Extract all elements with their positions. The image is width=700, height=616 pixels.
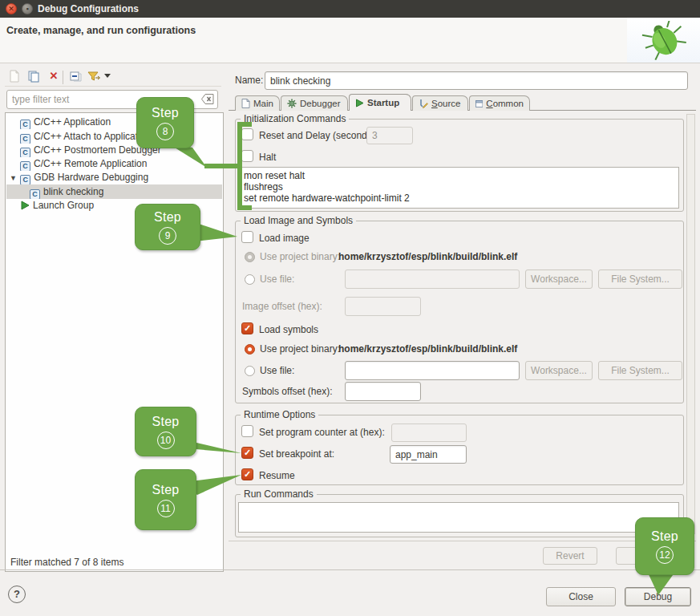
launch-group-icon [20,201,30,210]
image-offset-label: Image offset (hex): [242,301,322,312]
name-input[interactable] [265,71,688,90]
name-label: Name: [235,75,263,86]
footer-separator [0,569,700,570]
program-counter-input [391,424,467,442]
load-image-label: Load image [259,233,310,244]
load-image-checkbox[interactable] [241,231,253,243]
filter-input[interactable] [6,90,218,109]
debugger-tab-icon [287,99,297,108]
left-toolbar: ✕ [5,69,221,87]
symbols-use-project-binary-radio[interactable] [245,344,255,355]
image-binary-path: home/krzysztof/esp/blink/build/blink.elf [338,251,517,262]
symbols-offset-label: Symbols offset (hex): [242,386,333,397]
tree-item-cpp-postmortem[interactable]: CC/C++ Postmortem Debugger [6,143,222,157]
symbols-workspace-button: Workspace... [525,361,593,380]
debug-button[interactable]: Debug [625,587,691,606]
window-titlebar: ✕ ▪ Debug Configurations [0,0,700,18]
init-commands-group-title: Initialization Commands [241,113,349,124]
dialog-subtitle: Create, manage, and run configurations [6,25,196,36]
tree-item-blink-checking[interactable]: Cblink checking [6,184,222,199]
collapse-all-icon[interactable] [69,70,82,83]
tree-item-cpp-application[interactable]: CC/C++ Application [6,115,222,129]
source-tab-icon [419,99,428,108]
image-workspace-button: Workspace... [525,270,593,289]
toolbar-menu-arrow-icon[interactable] [104,74,111,78]
image-use-project-binary-radio [245,252,255,262]
toolbar-separator [63,71,63,84]
image-use-project-binary-label: Use project binary: [260,251,340,262]
tree-item-cpp-remote[interactable]: CC/C++ Remote Application [6,156,222,171]
delete-icon[interactable]: ✕ [47,70,60,83]
filter-status: Filter matched 7 of 8 items [10,557,123,568]
runtime-options-group-title: Runtime Options [241,409,318,420]
load-image-symbols-group-title: Load Image and Symbols [241,215,356,226]
revert-button: Revert [543,547,597,565]
halt-label: Halt [259,152,276,163]
bug-icon [638,21,690,61]
tab-debugger[interactable]: Debugger [281,95,348,111]
image-file-input [345,270,520,289]
symbols-use-file-radio[interactable] [245,366,255,376]
c-application-icon: C [20,120,30,129]
symbols-binary-path: home/krzysztof/esp/blink/build/blink.elf [338,343,517,355]
symbols-use-project-binary-label: Use project binary: [260,343,340,355]
content-separator [229,541,696,541]
clear-filter-icon[interactable] [201,94,214,104]
tab-main[interactable]: Main [235,95,280,111]
startup-tab-icon [355,99,364,107]
filter-icon[interactable] [87,70,101,83]
content-scrollbar[interactable] [686,114,695,534]
tab-startup[interactable]: Startup [349,94,411,111]
image-use-file-radio [245,274,255,285]
load-symbols-label: Load symbols [259,324,318,335]
configurations-tree: CC/C++ Application CC/C++ Attach to Appl… [5,112,224,572]
set-program-counter-label: Set program counter at (hex): [259,427,385,438]
init-commands-textarea[interactable]: mon reset halt flushregs set remote hard… [238,167,679,209]
window-title: Debug Configurations [38,0,139,18]
expander-icon[interactable]: ▼ [10,171,18,184]
tree-item-gdb-hardware-debugging[interactable]: ▼ CGDB Hardware Debugging [6,170,222,184]
load-symbols-checkbox[interactable] [241,322,253,334]
bug-image-panel [627,18,700,63]
tab-common[interactable]: Common [469,95,530,111]
image-use-file-label: Use file: [260,274,294,285]
symbols-offset-input[interactable] [345,382,421,401]
dialog-header: Create, manage, and run configurations [0,18,700,63]
run-commands-group-title: Run Commands [241,488,317,500]
main-tab-icon [241,99,250,108]
symbols-file-input[interactable] [345,361,520,380]
tab-source[interactable]: Source [412,95,468,111]
symbols-filesystem-button: File System... [598,361,682,380]
help-icon[interactable]: ? [8,586,26,603]
tree-item-cpp-attach[interactable]: CC/C++ Attach to Application [6,129,222,144]
symbols-use-file-label: Use file: [260,365,294,376]
reset-and-delay-label: Reset and Delay (seconds): [259,130,378,141]
set-program-counter-checkbox[interactable] [241,425,253,437]
image-offset-input [345,297,421,316]
breakpoint-input[interactable] [390,445,467,464]
resume-label: Resume [259,470,295,481]
image-filesystem-button: File System... [598,270,682,289]
reset-and-delay-checkbox[interactable] [241,128,253,140]
duplicate-icon[interactable] [27,70,40,83]
set-breakpoint-checkbox[interactable] [241,447,253,459]
apply-button [616,547,682,565]
set-breakpoint-label: Set breakpoint at: [259,448,334,460]
reset-delay-input [366,127,413,144]
close-button[interactable]: Close [546,587,616,606]
new-configuration-icon[interactable] [8,70,21,83]
resume-checkbox[interactable] [241,468,253,480]
halt-checkbox[interactable] [241,150,253,162]
common-tab-icon [475,99,483,108]
c-application-icon: C [20,175,30,184]
filter-field-wrap [6,90,218,109]
window-minimize-icon[interactable]: ▪ [22,3,33,14]
window-close-icon[interactable]: ✕ [6,3,17,14]
run-commands-textarea[interactable] [238,502,679,533]
tree-item-launch-group[interactable]: Launch Group [6,198,222,213]
